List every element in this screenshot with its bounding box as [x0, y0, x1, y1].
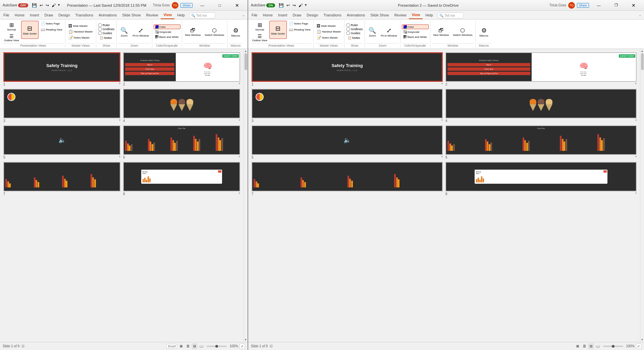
- undo-icon-right[interactable]: ↩: [285, 2, 291, 8]
- btn-zoom-left[interactable]: 🔍Zoom: [118, 23, 130, 41]
- accessibility-icon-left[interactable]: ☑: [21, 344, 24, 348]
- btn-notes-page-left[interactable]: 📄Notes Page: [39, 21, 64, 26]
- btn-fit-window-left[interactable]: ⤢Fit to Window: [131, 23, 150, 41]
- format-icon[interactable]: 🖌: [51, 2, 57, 8]
- autosave-toggle-off[interactable]: OFF: [18, 3, 28, 7]
- btn-handout-master-left[interactable]: 📋Handout Master: [67, 29, 95, 35]
- tab-help-right[interactable]: Help: [423, 11, 436, 19]
- slide-item-1-left[interactable]: Safety Training PARKTRICK, LLC 1*: [3, 52, 120, 86]
- slide-thumb-8-left[interactable]: MonthlySales →: [123, 162, 240, 191]
- view-sorter-left[interactable]: ⊟: [192, 344, 197, 349]
- slide-item-8-right[interactable]: MonthlySales →: [445, 162, 637, 196]
- share-btn-right[interactable]: Share: [577, 3, 589, 8]
- btn-outline-right[interactable]: ☰Outline View: [251, 33, 269, 43]
- slide-thumb-5-right[interactable]: 🔈: [252, 125, 443, 155]
- slide-thumb-2-left[interactable]: Employee Safety Training Sign In Find a …: [123, 52, 240, 82]
- search-bar-right[interactable]: 🔍 Tell me: [437, 12, 464, 18]
- btn-notes-left[interactable]: 📋 Notes: [98, 36, 115, 40]
- btn-new-window-left[interactable]: 🗗New Window: [183, 23, 203, 41]
- slide-item-2-left[interactable]: Employee Safety Training Sign In Find a …: [123, 52, 240, 86]
- btn-outline-left[interactable]: ☰Outline View: [3, 33, 20, 43]
- btn-switch-windows-right[interactable]: ⬡Switch Windows: [451, 23, 474, 41]
- btn-reading-right[interactable]: 📖Reading View: [287, 27, 312, 33]
- btn-slide-sorter-left[interactable]: ⊟Slide Sorter: [21, 21, 39, 39]
- slide-thumb-4-right[interactable]: [445, 89, 637, 118]
- zoom-slider-left[interactable]: [207, 346, 227, 347]
- search-bar-left[interactable]: 🔍 Tell me: [189, 12, 216, 18]
- btn-notes-right[interactable]: 📋 Notes: [346, 36, 363, 40]
- slide-thumb-1-left[interactable]: Safety Training PARKTRICK, LLC: [3, 52, 120, 82]
- slide-item-8-left[interactable]: MonthlySales →: [123, 162, 240, 196]
- user-avatar-right[interactable]: TG: [568, 2, 575, 9]
- tab-home-left[interactable]: Home: [12, 11, 27, 19]
- user-avatar-left[interactable]: TG: [172, 2, 178, 9]
- slide-item-6-right[interactable]: Chart Title: [445, 125, 637, 159]
- view-sorter-right[interactable]: ⊟: [588, 344, 594, 349]
- tab-slideshow-right[interactable]: Slide Show: [368, 11, 391, 19]
- excel-btn-left[interactable]: Excel: [166, 344, 177, 349]
- tab-design-right[interactable]: Design: [304, 11, 321, 19]
- slide-item-4-left[interactable]: 4*: [123, 89, 240, 123]
- slide-thumb-4-left[interactable]: [123, 89, 240, 118]
- chk-guides-right[interactable]: Guides: [346, 32, 363, 35]
- minimize-left[interactable]: —: [195, 1, 210, 10]
- btn-macros-left[interactable]: ⚙Macros: [229, 23, 242, 41]
- btn-color-right[interactable]: Color: [402, 24, 429, 29]
- close-right[interactable]: ✕: [626, 1, 641, 10]
- view-reading-right[interactable]: 📖: [595, 344, 600, 349]
- slide-thumb-5-left[interactable]: 🔈: [3, 125, 120, 155]
- zoom-fit-right[interactable]: ⤢: [636, 344, 641, 349]
- btn-notes-master-right[interactable]: 📝Notes Master: [315, 35, 343, 41]
- slide-thumb-3-right[interactable]: [252, 89, 443, 118]
- left-scrollbar[interactable]: ▲ ▼: [244, 49, 248, 342]
- slide-thumb-2-right[interactable]: Employee Safety Training Sign In Find a …: [445, 52, 637, 82]
- chk-guides-left[interactable]: Guides: [98, 32, 115, 35]
- tab-view-left[interactable]: View: [161, 11, 174, 19]
- tab-draw-right[interactable]: Draw: [290, 11, 304, 19]
- btn-grayscale-right[interactable]: Grayscale: [402, 30, 429, 34]
- tab-file-right[interactable]: File: [249, 11, 260, 19]
- dropdown-right[interactable]: ▾: [304, 2, 307, 8]
- btn-bw-right[interactable]: Black and White: [402, 35, 429, 39]
- btn-handout-master-right[interactable]: 📋Handout Master: [315, 29, 343, 35]
- slide-thumb-6-right[interactable]: Chart Title: [445, 125, 637, 155]
- undo-icon[interactable]: ↩: [39, 2, 44, 8]
- redo-icon-right[interactable]: ↪: [291, 2, 297, 8]
- slide-item-3-right[interactable]: 3*: [252, 89, 443, 123]
- slide-thumb-6-left[interactable]: Chart Title: [123, 125, 240, 155]
- view-normal-left[interactable]: ⊞: [178, 344, 184, 349]
- collapse-ribbon-left[interactable]: ⌃: [240, 14, 247, 19]
- zoom-fit-left[interactable]: ⤢: [239, 344, 245, 349]
- tab-insert-right[interactable]: Insert: [275, 11, 290, 19]
- slide-thumb-3-left[interactable]: [3, 89, 120, 118]
- btn-slide-master-left[interactable]: 🖼Slide Master: [67, 23, 95, 28]
- slide-item-5-right[interactable]: 🔈 5*: [252, 125, 443, 159]
- slide-thumb-7-left[interactable]: [3, 162, 120, 191]
- tab-help-left[interactable]: Help: [174, 11, 187, 19]
- redo-icon[interactable]: ↪: [45, 2, 50, 8]
- view-reading-left[interactable]: 📖: [199, 344, 204, 349]
- tab-insert-left[interactable]: Insert: [27, 11, 42, 19]
- slide-item-4-right[interactable]: 4*: [445, 89, 637, 123]
- btn-fit-window-right[interactable]: ⤢Fit to Window: [379, 23, 398, 41]
- btn-slide-sorter-right[interactable]: ⊟Slide Sorter: [269, 21, 287, 39]
- tab-review-right[interactable]: Review: [391, 11, 409, 19]
- accessibility-icon-right[interactable]: ☑: [270, 344, 273, 348]
- tab-file-left[interactable]: File: [1, 11, 12, 19]
- btn-bw-left[interactable]: Black and White: [154, 35, 180, 39]
- btn-new-window-right[interactable]: 🗗New Window: [432, 23, 451, 41]
- btn-normal-left[interactable]: ⊞Normal: [3, 21, 20, 32]
- format-icon-right[interactable]: 🖌: [298, 2, 304, 8]
- btn-macros-right[interactable]: ⚙Macros: [477, 23, 490, 41]
- tab-view-right[interactable]: View: [409, 11, 423, 19]
- chk-ruler-left[interactable]: Ruler: [98, 23, 115, 27]
- btn-grayscale-left[interactable]: Grayscale: [154, 30, 180, 34]
- autosave-toggle-on[interactable]: ON: [266, 3, 275, 7]
- restore-right[interactable]: ❐: [608, 1, 624, 10]
- collapse-ribbon-right[interactable]: ⌃: [637, 14, 643, 19]
- btn-slide-master-right[interactable]: 🖼Slide Master: [315, 23, 343, 28]
- tab-review-left[interactable]: Review: [143, 11, 161, 19]
- btn-normal-right[interactable]: ⊞Normal: [251, 21, 269, 32]
- chk-ruler-right[interactable]: Ruler: [346, 23, 363, 27]
- view-normal-right[interactable]: ⊞: [575, 344, 580, 349]
